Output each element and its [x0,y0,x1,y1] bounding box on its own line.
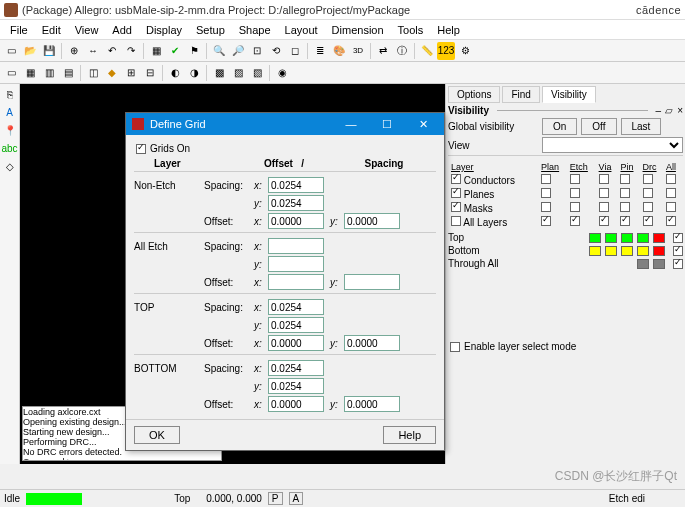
ok-button[interactable]: OK [134,426,180,444]
status-a-button[interactable]: A [289,492,304,505]
spacing-x-input[interactable] [268,177,324,193]
vis-checkbox[interactable] [620,216,630,226]
color-swatch[interactable] [621,233,633,243]
row-all-checkbox[interactable] [673,246,683,256]
color-swatch[interactable] [589,233,601,243]
enable-layer-select-checkbox[interactable] [450,342,460,352]
row-all-checkbox[interactable] [673,259,683,269]
arrows-icon[interactable]: ↔ [84,42,102,60]
menu-file[interactable]: File [4,22,34,38]
tool-f-icon[interactable]: ◆ [103,64,121,82]
vis-checkbox[interactable] [570,188,580,198]
vis-off-button[interactable]: Off [581,118,616,135]
color-swatch[interactable] [653,233,665,243]
color-swatch[interactable] [589,246,601,256]
menu-dimension[interactable]: Dimension [326,22,390,38]
offset-y-input[interactable] [344,396,400,412]
tool-n-icon[interactable]: ◉ [273,64,291,82]
panel-dock-icon[interactable]: ▱ [665,105,673,116]
color-swatch[interactable] [653,259,665,269]
help-button[interactable]: Help [383,426,436,444]
layer-All Layers-checkbox[interactable] [451,216,461,226]
menu-display[interactable]: Display [140,22,188,38]
grid-icon[interactable]: ▦ [147,42,165,60]
offset-x-input[interactable] [268,396,324,412]
spacing-x-input[interactable] [268,360,324,376]
save-icon[interactable]: 💾 [40,42,58,60]
vis-checkbox[interactable] [541,202,551,212]
menu-view[interactable]: View [69,22,105,38]
vis-last-button[interactable]: Last [621,118,662,135]
vis-checkbox[interactable] [599,202,609,212]
vis-checkbox[interactable] [541,216,551,226]
vis-checkbox[interactable] [666,174,676,184]
dialog-max-icon[interactable]: ☐ [372,118,402,131]
status-p-button[interactable]: P [268,492,283,505]
zoom-out-icon[interactable]: 🔎 [229,42,247,60]
palette-icon[interactable]: 🎨 [330,42,348,60]
spacing-y-input[interactable] [268,195,324,211]
menu-layout[interactable]: Layout [279,22,324,38]
vis-checkbox[interactable] [666,202,676,212]
menu-edit[interactable]: Edit [36,22,67,38]
zoom-in-icon[interactable]: 🔍 [210,42,228,60]
3d-icon[interactable]: 3D [349,42,367,60]
lt-text-icon[interactable]: abc [2,140,18,156]
vis-checkbox[interactable] [570,174,580,184]
redo-icon[interactable]: ↷ [122,42,140,60]
menu-add[interactable]: Add [106,22,138,38]
spacing-x-input[interactable] [268,299,324,315]
layer-Masks-checkbox[interactable] [451,202,461,212]
tab-options[interactable]: Options [448,86,500,103]
vis-checkbox[interactable] [620,174,630,184]
vis-checkbox[interactable] [541,188,551,198]
vis-checkbox[interactable] [599,174,609,184]
spacing-y-input[interactable] [268,256,324,272]
tool-c-icon[interactable]: ▥ [40,64,58,82]
target-icon[interactable]: ⊕ [65,42,83,60]
spacing-y-input[interactable] [268,378,324,394]
undo-icon[interactable]: ↶ [103,42,121,60]
color-swatch[interactable] [637,233,649,243]
vis-checkbox[interactable] [643,202,653,212]
tool-h-icon[interactable]: ⊟ [141,64,159,82]
badge-icon[interactable]: 123 [437,42,455,60]
tool-k-icon[interactable]: ▩ [210,64,228,82]
layers-icon[interactable]: ≣ [311,42,329,60]
vis-on-button[interactable]: On [542,118,577,135]
offset-x-input[interactable] [268,213,324,229]
ruler-icon[interactable]: 📏 [418,42,436,60]
tool-d-icon[interactable]: ▤ [59,64,77,82]
tab-visibility[interactable]: Visibility [542,86,596,103]
layer-Planes-checkbox[interactable] [451,188,461,198]
menu-help[interactable]: Help [431,22,466,38]
offset-y-input[interactable] [344,213,400,229]
zoom-fit-icon[interactable]: ⊡ [248,42,266,60]
vis-checkbox[interactable] [643,188,653,198]
lt-font-icon[interactable]: A [2,104,18,120]
menu-shape[interactable]: Shape [233,22,277,38]
open-icon[interactable]: 📂 [21,42,39,60]
dialog-close-icon[interactable]: ✕ [408,118,438,131]
tool-b-icon[interactable]: ▦ [21,64,39,82]
vis-checkbox[interactable] [643,216,653,226]
dialog-min-icon[interactable]: — [336,118,366,130]
panel-close-icon[interactable]: × [677,105,683,116]
vis-checkbox[interactable] [541,174,551,184]
tool-e-icon[interactable]: ◫ [84,64,102,82]
panel-min-icon[interactable]: – [656,105,662,116]
vis-checkbox[interactable] [620,202,630,212]
zoom-sel-icon[interactable]: ◻ [286,42,304,60]
vis-checkbox[interactable] [570,216,580,226]
color-swatch[interactable] [653,246,665,256]
vis-checkbox[interactable] [666,216,676,226]
info-icon[interactable]: ⓘ [393,42,411,60]
vis-checkbox[interactable] [599,216,609,226]
tool-j-icon[interactable]: ◑ [185,64,203,82]
lt-pin-icon[interactable]: 📍 [2,122,18,138]
tool-a-icon[interactable]: ▭ [2,64,20,82]
color-swatch[interactable] [637,246,649,256]
dialog-titlebar[interactable]: Define Grid — ☐ ✕ [126,113,444,135]
offset-y-input[interactable] [344,274,400,290]
new-icon[interactable]: ▭ [2,42,20,60]
